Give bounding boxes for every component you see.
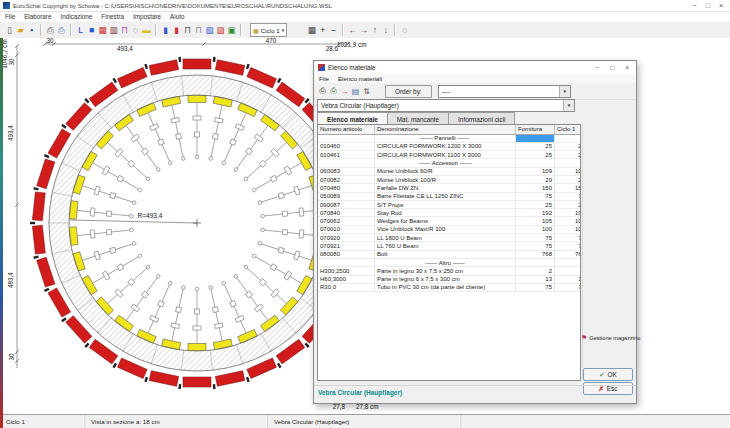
elevation-icon[interactable]: ▥ bbox=[108, 24, 119, 36]
check-icon: ✓ bbox=[599, 371, 604, 379]
zoom-in-icon[interactable]: + bbox=[317, 24, 328, 36]
desktop-edge-strip bbox=[0, 38, 3, 428]
menu-aiuto[interactable]: Aiuto bbox=[170, 13, 184, 20]
print-preview-icon[interactable]: ⎙ bbox=[56, 24, 67, 36]
cell-ciclo1: 25 bbox=[555, 143, 581, 150]
dialog-sort-icon[interactable]: ⇅ bbox=[361, 86, 372, 97]
maximize-button[interactable]: □ bbox=[706, 2, 710, 9]
table-row[interactable]: —— Accessori —— bbox=[318, 159, 580, 167]
dialog-print-icon[interactable]: ⎙ bbox=[317, 86, 328, 97]
cell-denominazione: Stay Rod bbox=[375, 209, 516, 216]
table-row[interactable]: 010460CIRCULAR FORMWORK 1200 X 30002525 bbox=[318, 143, 580, 151]
formwork-red-icon[interactable]: ▨ bbox=[215, 24, 226, 36]
table-row[interactable]: H300;2500Parte in legno 30 x 7,5 x 250 c… bbox=[318, 267, 580, 275]
cell-denominazione: Tubo in PVC 30 cm (da parte del cliente) bbox=[375, 284, 516, 291]
close-button[interactable]: × bbox=[719, 2, 723, 9]
layers-icon[interactable]: ▣ bbox=[226, 24, 237, 36]
dialog-maximize-button[interactable]: □ bbox=[610, 64, 614, 71]
menu-finestra[interactable]: Finestra bbox=[101, 13, 124, 20]
column-header: Denominazione bbox=[375, 125, 516, 134]
dialog-minimize-button[interactable]: − bbox=[595, 64, 599, 71]
app-window: EuroSchal Copyright by Schowa - C:\USERS… bbox=[0, 0, 730, 428]
dialog-menu-elenco-materiali[interactable]: Elenco materiali bbox=[338, 75, 382, 82]
new-file-icon[interactable]: ▯ bbox=[4, 24, 15, 36]
chevron-down-icon[interactable]: ▼ bbox=[563, 100, 574, 111]
cell-ciclo1 bbox=[555, 135, 581, 142]
beam-icon-2[interactable]: Π bbox=[193, 24, 204, 36]
chevron-down-icon[interactable]: ▼ bbox=[559, 86, 570, 97]
dialog-title-bar: Elenco materiale − □ × bbox=[314, 61, 636, 74]
cycle-selector[interactable]: ▦Ciclo 1▾ bbox=[250, 23, 287, 37]
menu-indicazione[interactable]: Indicazione bbox=[60, 13, 92, 20]
table-row[interactable]: —— Altro —— bbox=[318, 259, 580, 267]
layer-combobox[interactable]: Vebra Circular (Hauptlager) ▼ bbox=[317, 99, 575, 112]
dialog-close-button[interactable]: × bbox=[625, 64, 629, 71]
cell-fornitura: 25 bbox=[516, 151, 555, 158]
plan-view-icon[interactable]: ■ bbox=[86, 24, 97, 36]
dash-tool-icon[interactable]: ▬ bbox=[141, 24, 152, 36]
order-by-combobox[interactable]: ----▼ bbox=[438, 85, 571, 98]
table-row[interactable]: 080080Bolt768768 bbox=[318, 251, 580, 259]
open-folder-icon[interactable]: ▰ bbox=[15, 24, 26, 36]
table-row[interactable]: 070062Wedges for Beams105105 bbox=[318, 217, 580, 225]
order-by-button[interactable]: Order by: bbox=[385, 85, 432, 98]
dialog-menu-file[interactable]: File bbox=[319, 75, 329, 82]
zoom-window-icon[interactable]: ▦ bbox=[306, 24, 317, 36]
zoom-tool-icon[interactable]: ◌ bbox=[130, 24, 141, 36]
dialog-menu-bar: FileElenco materiali bbox=[314, 74, 636, 83]
wall-red-icon[interactable]: ▮ bbox=[171, 24, 182, 36]
table-row[interactable]: 070920LL 1800 U Beam7575 bbox=[318, 234, 580, 242]
title-bar: EuroSchal Copyright by Schowa - C:\USERS… bbox=[0, 0, 730, 12]
table-row[interactable]: 050089Barre Filettate CE LL 1250 ZINC757… bbox=[318, 193, 580, 201]
table-row[interactable]: 060083Morse Uniblock 60/R109109 bbox=[318, 168, 580, 176]
table-row[interactable]: H60;3000Parte in legno 6 x 7,5 x 300 cm1… bbox=[318, 276, 580, 284]
cell-denominazione: LL 760 U Beam bbox=[375, 242, 516, 249]
table-row[interactable]: —— Pannelli —— bbox=[318, 135, 580, 143]
material-table[interactable]: Numero articoloDenominazioneFornituraCic… bbox=[317, 124, 581, 381]
warehouse-toggle[interactable]: ⚑ Gestione magazzino bbox=[581, 334, 640, 341]
warehouse-label: Gestione magazzino bbox=[589, 335, 640, 341]
colored-plan-icon[interactable]: ▦ bbox=[97, 24, 108, 36]
menu-file[interactable]: File bbox=[5, 13, 15, 20]
menu-elaborare[interactable]: Elaborare bbox=[24, 13, 51, 20]
formwork-blue-icon[interactable]: ▧ bbox=[204, 24, 215, 36]
wall-blue-icon[interactable]: ▮ bbox=[160, 24, 171, 36]
ok-button[interactable]: ✓ OK bbox=[583, 368, 633, 381]
beam-icon-1[interactable]: Π bbox=[182, 24, 193, 36]
pan-up-icon[interactable]: ↑ bbox=[369, 24, 380, 36]
cell-numero: 010461 bbox=[318, 151, 375, 158]
table-row[interactable]: 010461CIRCULAR FORMWORK 1100 X 30002525 bbox=[318, 151, 580, 159]
esc-button[interactable]: ✗ Esc bbox=[583, 382, 633, 395]
pan-tool-icon[interactable]: ◌ bbox=[399, 24, 410, 36]
table-row[interactable]: 070010Vice Uniblock Maxi/R 100100100 bbox=[318, 226, 580, 234]
table-row[interactable]: 070840Stay Rod192192 bbox=[318, 209, 580, 217]
cell-numero: 070082 bbox=[318, 176, 375, 183]
menu-impostare[interactable]: Impostare bbox=[133, 13, 161, 20]
minimize-button[interactable]: − bbox=[693, 2, 697, 9]
cell-fornitura: 109 bbox=[516, 168, 555, 175]
pi-tool-icon[interactable]: Π bbox=[119, 24, 130, 36]
table-row[interactable]: 070480Farfalle DW ZN150150 bbox=[318, 184, 580, 192]
print-icon[interactable]: ⎙ bbox=[45, 24, 56, 36]
cell-ciclo1: 109 bbox=[555, 168, 581, 175]
cell-denominazione: Farfalle DW ZN bbox=[375, 184, 516, 191]
cell-numero bbox=[318, 135, 375, 142]
zoom-out-icon[interactable]: − bbox=[328, 24, 339, 36]
cell-fornitura: 75 bbox=[516, 242, 555, 249]
table-row[interactable]: R30,0Tubo in PVC 30 cm (da parte del cli… bbox=[318, 284, 580, 292]
dialog-export-icon[interactable]: → bbox=[339, 86, 350, 97]
cell-numero: 090087 bbox=[318, 201, 375, 208]
table-row[interactable]: 070921LL 760 U Beam7575 bbox=[318, 242, 580, 250]
dialog-document-icon[interactable]: ▤ bbox=[350, 86, 361, 97]
table-row[interactable]: 090087S/T Props2525 bbox=[318, 201, 580, 209]
save-icon[interactable]: ▪ bbox=[26, 24, 37, 36]
section-tool-icon[interactable]: L bbox=[75, 24, 86, 36]
dialog-print-report-icon[interactable]: ⎙ bbox=[328, 86, 339, 97]
esc-button-label: Esc bbox=[607, 385, 618, 392]
cell-numero: 070840 bbox=[318, 209, 375, 216]
cell-denominazione: CIRCULAR FORMWORK 1200 X 3000 bbox=[375, 143, 516, 150]
pan-right-icon[interactable]: → bbox=[358, 24, 369, 36]
table-row[interactable]: 070082Morse Uniblock 100/R2929 bbox=[318, 176, 580, 184]
pan-left-icon[interactable]: ← bbox=[347, 24, 358, 36]
pan-down-icon[interactable]: ↓ bbox=[380, 24, 391, 36]
